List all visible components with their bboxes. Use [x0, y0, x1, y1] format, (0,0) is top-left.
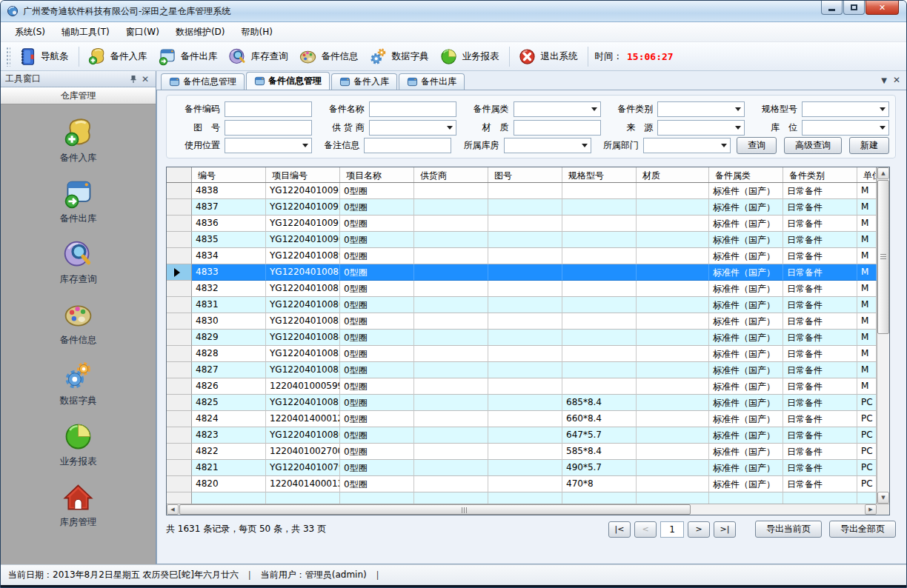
menu-item-aux-tools[interactable]: 辅助工具(T) — [53, 23, 118, 41]
close-button[interactable]: ✕ — [866, 1, 899, 15]
row-selector[interactable] — [167, 346, 192, 362]
maximize-button[interactable] — [843, 1, 865, 15]
row-selector[interactable] — [167, 330, 192, 346]
table-row[interactable]: 4836YG122040100910型圈标准件（国产）日常备件M — [167, 216, 877, 232]
supplier-select[interactable] — [369, 120, 456, 136]
last-page-button[interactable]: >| — [714, 521, 736, 538]
part-category-select[interactable] — [657, 101, 745, 117]
header-col-drawing-no[interactable]: 图号 — [488, 167, 562, 182]
sidebar-item-business-report[interactable]: 业务报表 — [34, 420, 123, 468]
row-selector[interactable] — [167, 248, 192, 264]
row-selector[interactable] — [167, 297, 192, 313]
part-name-input[interactable] — [369, 101, 456, 117]
advanced-query-button[interactable]: 高级查询 — [784, 137, 842, 154]
row-selector[interactable] — [167, 427, 192, 444]
row-selector[interactable] — [167, 395, 192, 411]
table-row[interactable]: 4828YG122040100830型圈标准件（国产）日常备件M — [167, 346, 877, 362]
scroll-left-icon[interactable]: ◀ — [167, 504, 179, 515]
menu-item-window[interactable]: 窗口(W) — [118, 23, 167, 41]
header-col-material[interactable]: 材质 — [637, 167, 709, 182]
table-row[interactable]: 482612204010005990型圈标准件（国产）日常备件M — [167, 378, 877, 395]
header-col-unit[interactable]: 单位 — [857, 167, 877, 182]
header-col-id[interactable]: 编号 — [192, 167, 266, 182]
sidebar-group-header[interactable]: 仓库管理 — [1, 87, 156, 104]
table-row[interactable]: 4830YG122040100850型圈标准件（国产）日常备件M — [167, 313, 877, 330]
export-current-page-button[interactable]: 导出当前页 — [755, 521, 822, 538]
toolbar-inventory-query-button[interactable]: 库存查询 — [224, 44, 294, 69]
row-selector[interactable] — [167, 362, 192, 378]
toolbar-parts-inbound-button[interactable]: 备件入库 — [83, 44, 153, 69]
header-col-class[interactable]: 备件属类 — [709, 167, 783, 182]
toolbar-nav-bar-button[interactable]: 导航条 — [13, 44, 75, 69]
horizontal-scrollbar[interactable]: ◀ ▶ — [167, 504, 877, 515]
drawing-no-input[interactable] — [225, 120, 312, 136]
part-code-input[interactable] — [225, 101, 312, 117]
storage-location-select[interactable] — [802, 120, 889, 136]
row-selector[interactable] — [167, 183, 192, 199]
row-selector[interactable] — [167, 476, 192, 492]
row-selector[interactable] — [167, 232, 192, 248]
next-page-button[interactable]: > — [688, 521, 710, 538]
usage-position-select[interactable] — [225, 138, 312, 153]
pin-icon[interactable] — [127, 73, 139, 85]
remark-input[interactable] — [364, 138, 451, 153]
table-row[interactable]: 4827YG122040100820型圈标准件（国产）日常备件M — [167, 362, 877, 378]
menu-item-help[interactable]: 帮助(H) — [233, 23, 281, 41]
table-row[interactable]: 4837YG122040100920型圈标准件（国产）日常备件M — [167, 199, 877, 216]
sidebar-item-warehouse-management[interactable]: 库房管理 — [34, 481, 123, 529]
toolbar-parts-info-button[interactable]: 备件信息 — [294, 44, 365, 69]
sidebar-close-icon[interactable]: ✕ — [139, 73, 151, 85]
sidebar-item-inventory-query[interactable]: 库存查询 — [34, 238, 123, 286]
header-col-supplier[interactable]: 供货商 — [414, 167, 488, 182]
sidebar-item-parts-inbound[interactable]: 备件入库 — [34, 116, 123, 164]
horizontal-scroll-thumb[interactable] — [179, 504, 691, 515]
header-row-selector[interactable] — [167, 167, 192, 182]
row-selector[interactable] — [167, 411, 192, 427]
table-row[interactable]: 4838YG122040100930型圈标准件（国产）日常备件M — [167, 183, 877, 199]
scroll-up-icon[interactable]: ▲ — [877, 167, 889, 179]
first-page-button[interactable]: |< — [608, 521, 631, 538]
new-button[interactable]: 新建 — [849, 137, 889, 154]
tab-parts-info-mgmt-2[interactable]: 备件信息管理 — [246, 72, 330, 90]
row-selector[interactable] — [167, 264, 192, 281]
sidebar-item-data-dictionary[interactable]: 数据字典 — [34, 359, 123, 407]
table-row[interactable]: 4825YG122040100810型圈685*8.4标准件（国产）日常备件PC — [167, 395, 877, 411]
tab-parts-info-mgmt-1[interactable]: 备件信息管理 — [161, 73, 245, 90]
row-selector[interactable] — [167, 313, 192, 330]
part-class-select[interactable] — [514, 101, 601, 117]
tab-close-icon[interactable]: ✕ — [893, 75, 900, 85]
table-row[interactable]: 4821YG122040100790型圈490*5.7标准件（国产）日常备件PC — [167, 460, 877, 476]
header-col-spec[interactable]: 规格型号 — [562, 167, 637, 182]
department-select[interactable] — [643, 138, 731, 153]
table-row[interactable]: 482212204010027000型圈585*8.4标准件（国产）日常备件PC — [167, 444, 877, 460]
table-row[interactable]: 4833YG122040100880型圈标准件（国产）日常备件M — [167, 264, 877, 281]
scroll-down-icon[interactable]: ▼ — [877, 492, 889, 504]
header-col-project-code[interactable]: 项目编号 — [266, 167, 340, 182]
row-selector[interactable] — [167, 444, 192, 460]
table-row[interactable]: 4831YG122040100860型圈标准件（国产）日常备件M — [167, 297, 877, 313]
row-selector[interactable] — [167, 281, 192, 297]
spec-model-select[interactable] — [802, 101, 889, 117]
material-input[interactable] — [514, 120, 601, 136]
query-button[interactable]: 查询 — [737, 137, 777, 154]
toolbar-business-report-button[interactable]: 业务报表 — [435, 44, 505, 69]
export-all-pages-button[interactable]: 导出全部页 — [829, 521, 896, 538]
table-row[interactable]: 4829YG122040100840型圈标准件（国产）日常备件M — [167, 330, 877, 346]
warehouse-select[interactable] — [504, 138, 591, 153]
table-row[interactable]: 4823YG122040100800型圈647*5.7标准件（国产）日常备件PC — [167, 427, 877, 444]
table-row[interactable]: 4834YG122040100890型圈标准件（国产）日常备件M — [167, 248, 877, 264]
row-selector[interactable] — [167, 460, 192, 476]
tab-parts-inbound[interactable]: 备件入库 — [331, 73, 397, 90]
vertical-scroll-thumb[interactable] — [877, 180, 889, 334]
vertical-scrollbar[interactable]: ▲ ▼ — [877, 167, 889, 504]
toolbar-data-dictionary-button[interactable]: 数据字典 — [365, 44, 435, 69]
row-selector[interactable] — [167, 378, 192, 395]
prev-page-button[interactable]: < — [634, 521, 657, 538]
row-selector[interactable] — [167, 216, 192, 232]
table-row[interactable]: 4835YG122040100900型圈标准件（国产）日常备件M — [167, 232, 877, 248]
toolbar-exit-system-button[interactable]: 退出系统 — [514, 44, 584, 69]
minimize-button[interactable] — [821, 1, 843, 15]
menu-item-data-maintenance[interactable]: 数据维护(D) — [167, 23, 233, 41]
tab-parts-outbound[interactable]: 备件出库 — [399, 73, 465, 90]
header-col-project-name[interactable]: 项目名称 — [340, 167, 414, 182]
